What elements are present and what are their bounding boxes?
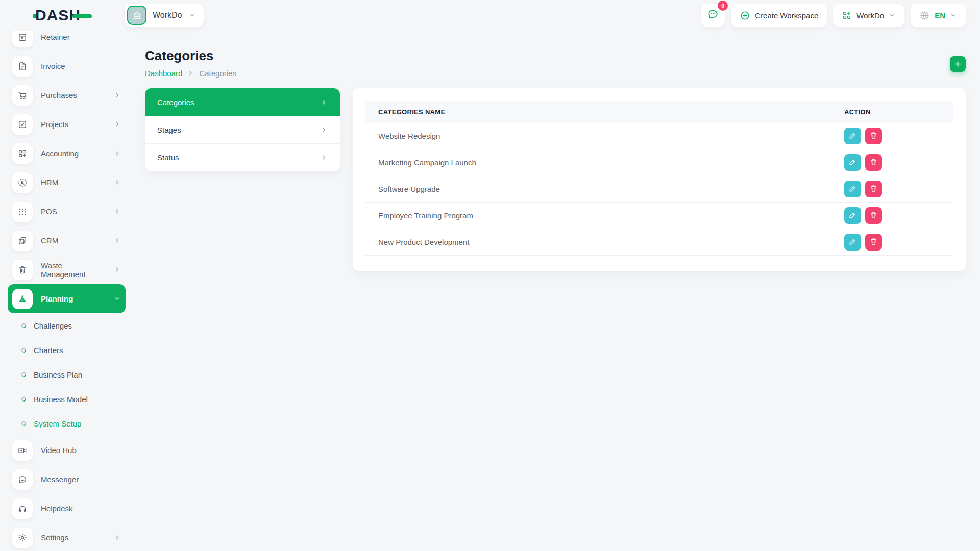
pencil-icon	[848, 158, 857, 168]
setup-tab-status[interactable]: Status	[145, 143, 340, 171]
table-row: Website Redesign	[365, 123, 953, 149]
sidebar-subitem-challenges[interactable]: Challenges	[0, 313, 133, 338]
sidebar-item-helpdesk[interactable]: Helpdesk	[8, 494, 126, 523]
chevron-right-icon	[113, 237, 121, 244]
chevron-right-icon	[320, 98, 328, 106]
chevron-down-icon	[113, 295, 121, 303]
invoice-icon	[12, 56, 33, 77]
sidebar-subitem-charters[interactable]: Charters	[0, 338, 133, 362]
sidebar-item-label: Purchases	[41, 91, 77, 99]
bullet-icon	[20, 396, 27, 403]
table-header-row: CATEGORIES NAME ACTION	[365, 101, 953, 123]
delete-button[interactable]	[865, 207, 882, 224]
main-content: Categories Dashboard Categories Categori…	[133, 31, 980, 551]
chevron-right-icon	[113, 534, 121, 541]
breadcrumb-current: Categories	[199, 69, 236, 78]
pencil-icon	[848, 211, 857, 221]
sidebar-item-label: Helpdesk	[41, 504, 73, 513]
table-row: New Product Development	[365, 229, 953, 256]
pos-icon	[12, 202, 33, 222]
sidebar-item-waste-management[interactable]: Waste Management	[8, 255, 126, 284]
logo-bar	[72, 14, 92, 18]
sidebar-item-video-hub[interactable]: Video Hub	[8, 436, 126, 465]
planning-icon	[12, 289, 33, 309]
sidebar-subitem-system-setup[interactable]: System Setup	[0, 411, 133, 436]
sidebar-item-label: Invoice	[41, 62, 65, 70]
chevron-right-icon	[187, 69, 194, 77]
chevron-right-icon	[113, 208, 121, 215]
delete-button[interactable]	[865, 154, 882, 171]
workspace-switcher[interactable]: WorkDo	[125, 4, 204, 27]
delete-button[interactable]	[865, 181, 882, 197]
setup-tab-categories[interactable]: Categories	[145, 88, 340, 116]
sidebar-item-accounting[interactable]: Accounting	[8, 139, 126, 168]
accounting-icon	[12, 143, 33, 164]
chevron-right-icon	[113, 120, 121, 128]
delete-button[interactable]	[865, 234, 882, 251]
sidebar-subitem-business-plan[interactable]: Business Plan	[0, 362, 133, 387]
sidebar-subitem-business-model[interactable]: Business Model	[0, 387, 133, 411]
create-workspace-label: Create Workspace	[755, 11, 818, 20]
category-name: New Product Development	[378, 238, 844, 246]
category-name: Software Upgrade	[378, 185, 844, 193]
sidebar-item-crm[interactable]: CRM	[8, 226, 126, 255]
edit-button[interactable]	[844, 207, 861, 224]
breadcrumb-dashboard-link[interactable]: Dashboard	[145, 69, 182, 78]
sidebar-item-projects[interactable]: Projects	[8, 110, 126, 139]
chevron-down-icon	[188, 12, 195, 19]
sidebar-item-hrm[interactable]: HRM	[8, 168, 126, 197]
chevron-right-icon	[113, 91, 121, 99]
sidebar-item-pos[interactable]: POS	[8, 197, 126, 226]
sidebar-item-invoice[interactable]: Invoice	[8, 52, 126, 81]
sidebar-item-label: Settings	[41, 533, 68, 542]
messenger-icon	[12, 469, 33, 490]
edit-button[interactable]	[844, 154, 861, 171]
bullet-icon	[20, 322, 27, 329]
plus-circle-icon	[740, 10, 750, 21]
pencil-icon	[848, 237, 857, 247]
sidebar-item-label: Accounting	[41, 149, 79, 158]
sidebar-item-messenger[interactable]: Messenger	[8, 465, 126, 494]
language-selector[interactable]: EN	[911, 4, 966, 27]
retainer-icon	[12, 31, 33, 47]
sidebar-item-purchases[interactable]: Purchases	[8, 81, 126, 110]
workspace-menu-button[interactable]: WorkDo	[833, 4, 904, 27]
category-name: Marketing Campaign Launch	[378, 158, 844, 167]
sidebar-subitem-label: Challenges	[34, 321, 72, 330]
grid-plus-icon	[842, 10, 852, 20]
sidebar-item-settings[interactable]: Settings	[8, 523, 126, 551]
sidebar-item-label: Retainer	[41, 33, 70, 41]
pencil-icon	[848, 131, 857, 141]
column-header-categories-name: CATEGORIES NAME	[378, 108, 844, 116]
edit-button[interactable]	[844, 234, 861, 251]
delete-button[interactable]	[865, 128, 882, 144]
edit-button[interactable]	[844, 181, 861, 197]
edit-button[interactable]	[844, 128, 861, 144]
category-name: Website Redesign	[378, 132, 844, 140]
create-workspace-button[interactable]: Create Workspace	[731, 4, 827, 27]
bullet-icon	[20, 347, 27, 354]
breadcrumb: Dashboard Categories	[145, 69, 236, 78]
setup-tab-stages[interactable]: Stages	[145, 116, 340, 143]
column-header-action: ACTION	[844, 108, 940, 116]
workspace-menu-label: WorkDo	[856, 11, 884, 20]
trash-icon	[869, 131, 878, 141]
category-name: Employee Training Program	[378, 211, 844, 220]
bullet-icon	[20, 371, 27, 378]
app-logo: DASH	[33, 7, 92, 24]
trash-icon	[869, 184, 878, 194]
trash-icon	[869, 211, 878, 221]
table-row: Software Upgrade	[365, 176, 953, 203]
sidebar-item-planning[interactable]: Planning	[8, 284, 126, 313]
add-category-button[interactable]	[950, 56, 966, 72]
sidebar-item-retainer[interactable]: Retainer	[8, 31, 126, 52]
projects-icon	[12, 114, 33, 135]
chat-icon	[707, 8, 719, 22]
crm-icon	[12, 231, 33, 251]
sidebar-subitem-label: System Setup	[34, 419, 81, 428]
hrm-icon	[12, 172, 33, 193]
language-code: EN	[935, 11, 945, 20]
messages-button[interactable]: 0	[701, 4, 725, 27]
sidebar: RetainerInvoicePurchasesProjectsAccounti…	[0, 31, 133, 551]
setup-tabs-card: CategoriesStagesStatus	[145, 88, 340, 171]
